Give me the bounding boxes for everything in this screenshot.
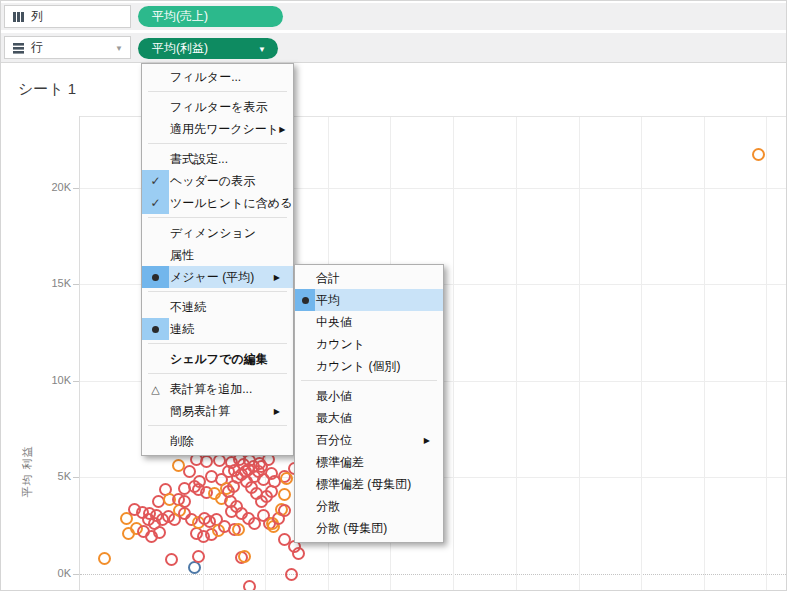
menu-icon-spacer [142, 244, 169, 266]
menu-item-6[interactable]: ✓ツールヒントに含める [142, 192, 293, 214]
menu-item-label: 最小値 [316, 388, 352, 405]
scatter-point[interactable] [285, 568, 298, 581]
scatter-point[interactable] [278, 504, 291, 517]
zero-gridline [80, 574, 787, 575]
vertical-gridline [579, 117, 580, 591]
menu-item-8[interactable]: 属性 [142, 244, 293, 266]
menu-icon-spacer [142, 348, 169, 370]
menu-item-15[interactable]: 削除 [142, 430, 293, 452]
menu-icon-spacer [295, 355, 315, 377]
menu-item-2[interactable]: 平均 [295, 289, 443, 311]
menu-icon-spacer [295, 333, 315, 355]
scatter-point[interactable] [165, 553, 178, 566]
menu-item-11[interactable]: 分散 [295, 495, 443, 517]
menu-separator [142, 140, 293, 148]
columns-icon [12, 11, 25, 23]
menu-item-label: ヘッダーの表示 [170, 173, 255, 190]
menu-item-10[interactable]: 不連続 [142, 296, 293, 318]
menu-icon-spacer [142, 430, 169, 452]
menu-item-7[interactable]: ディメンション [142, 222, 293, 244]
menu-item-label: ディメンション [170, 225, 256, 242]
menu-separator [142, 370, 293, 378]
columns-shelf-label: 列 [31, 8, 43, 25]
menu-icon-spacer [142, 96, 169, 118]
menu-item-9[interactable]: メジャー (平均)▶ [142, 266, 293, 288]
menu-item-5[interactable]: ✓ヘッダーの表示 [142, 170, 293, 192]
menu-item-1[interactable]: フィルター... [142, 66, 293, 88]
pill-avg-sales[interactable]: 平均(売上) [138, 6, 283, 27]
menu-item-4[interactable]: 書式設定... [142, 148, 293, 170]
menu-item-label: 合計 [316, 270, 340, 287]
vertical-gridline [516, 117, 517, 591]
menu-icon-spacer [142, 222, 169, 244]
menu-item-3[interactable]: 中央値 [295, 311, 443, 333]
y-axis-tick-label: 0K [26, 567, 71, 579]
radio-bullet-icon [142, 266, 169, 288]
scatter-point[interactable] [238, 550, 251, 563]
menu-item-12[interactable]: 分散 (母集団) [295, 517, 443, 539]
y-axis-tick-mark [73, 284, 79, 285]
scatter-point[interactable] [232, 523, 245, 536]
y-axis-tick-mark [73, 188, 79, 189]
menu-item-label: ツールヒントに含める [170, 195, 292, 212]
menu-separator [142, 340, 293, 348]
check-icon: ✓ [142, 192, 169, 214]
menu-item-6[interactable]: 最小値 [295, 385, 443, 407]
vertical-gridline [641, 117, 642, 591]
scatter-point[interactable] [153, 526, 166, 539]
sheet-title: シート 1 [18, 80, 76, 99]
scatter-point[interactable] [243, 580, 256, 591]
rows-shelf[interactable]: 行 ▼ [4, 36, 131, 59]
menu-separator [142, 88, 293, 96]
menu-icon-spacer [295, 407, 315, 429]
menu-icon-spacer [295, 451, 315, 473]
menu-item-7[interactable]: 最大値 [295, 407, 443, 429]
menu-item-12[interactable]: シェルフでの編集 [142, 348, 293, 370]
submenu-arrow-icon: ▶ [424, 436, 430, 445]
scatter-point[interactable] [98, 552, 111, 565]
y-axis-tick-label: 10K [26, 374, 71, 386]
columns-shelf[interactable]: 列 [4, 5, 131, 28]
rows-shelf-label: 行 [31, 39, 43, 56]
menu-item-11[interactable]: 連続 [142, 318, 293, 340]
menu-item-13[interactable]: △表計算を追加... [142, 378, 293, 400]
menu-icon-spacer [295, 267, 315, 289]
menu-icon-spacer [142, 148, 169, 170]
y-axis-tick-label: 5K [26, 470, 71, 482]
menu-item-14[interactable]: 簡易表計算▶ [142, 400, 293, 422]
menu-item-label: フィルターを表示 [170, 99, 267, 116]
menu-item-1[interactable]: 合計 [295, 267, 443, 289]
menu-item-3[interactable]: 適用先ワークシート▶ [142, 118, 293, 140]
vertical-gridline [766, 117, 767, 591]
menu-item-5[interactable]: カウント (個別) [295, 355, 443, 377]
vertical-gridline [704, 117, 705, 591]
chevron-down-icon[interactable]: ▼ [115, 44, 123, 53]
menu-separator [142, 288, 293, 296]
menu-item-label: 書式設定... [170, 151, 228, 168]
menu-item-9[interactable]: 標準偏差 [295, 451, 443, 473]
submenu-arrow-icon: ▶ [274, 273, 280, 282]
scatter-point[interactable] [192, 550, 205, 563]
y-axis-tick-label: 15K [26, 277, 71, 289]
scatter-point[interactable] [200, 455, 213, 468]
menu-icon-spacer [295, 429, 315, 451]
scatter-point[interactable] [183, 465, 196, 478]
menu-item-8[interactable]: 百分位▶ [295, 429, 443, 451]
scatter-point[interactable] [178, 495, 191, 508]
scatter-point[interactable] [752, 148, 765, 161]
menu-item-label: シェルフでの編集 [170, 351, 268, 368]
menu-item-label: 適用先ワークシート [170, 121, 279, 138]
menu-icon-spacer [295, 385, 315, 407]
pill-avg-profit[interactable]: 平均(利益) ▼ [138, 38, 278, 59]
scatter-point[interactable] [292, 547, 305, 560]
menu-item-10[interactable]: 標準偏差 (母集団) [295, 473, 443, 495]
menu-item-label: 削除 [170, 433, 194, 450]
menu-item-4[interactable]: カウント [295, 333, 443, 355]
menu-item-2[interactable]: フィルターを表示 [142, 96, 293, 118]
scatter-point[interactable] [278, 488, 291, 501]
chevron-down-icon[interactable]: ▼ [258, 45, 266, 54]
radio-bullet-icon [295, 289, 315, 311]
pill-avg-profit-label: 平均(利益) [152, 40, 208, 57]
menu-separator [142, 422, 293, 430]
vertical-gridline [453, 117, 454, 591]
